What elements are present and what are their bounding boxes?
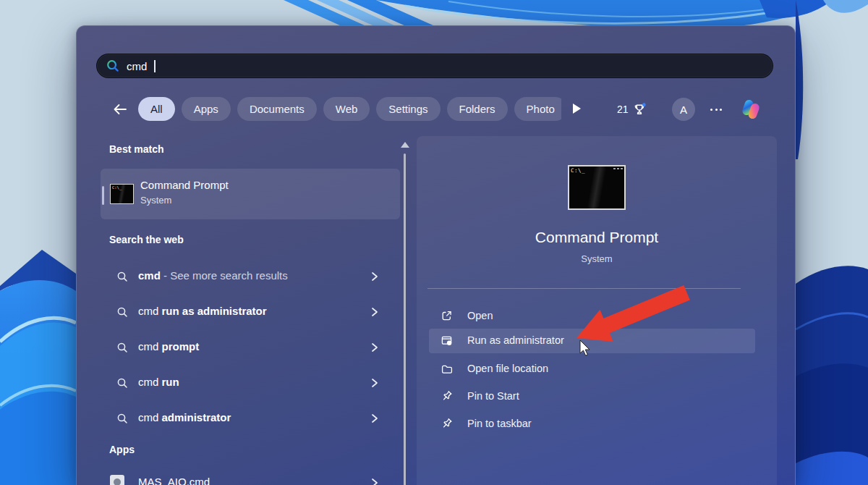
action-pin-to-taskbar[interactable]: Pin to taskbar xyxy=(429,412,755,436)
best-match-heading: Best match xyxy=(109,143,163,155)
search-query-text: cmd xyxy=(127,60,147,72)
folder-icon xyxy=(441,363,453,375)
suggestion-cmd-administrator[interactable]: cmd administrator xyxy=(101,405,400,431)
tab-folders[interactable]: Folders xyxy=(447,97,508,121)
action-run-as-administrator[interactable]: Run as administrator xyxy=(429,329,755,353)
search-icon xyxy=(116,377,129,389)
pin-icon xyxy=(441,418,453,430)
run-as-admin-icon xyxy=(441,334,453,347)
search-web-heading: Search the web xyxy=(109,234,184,245)
tab-apps[interactable]: Apps xyxy=(182,97,231,121)
search-icon xyxy=(116,271,129,283)
rewards-trophy-icon xyxy=(633,103,646,116)
chevron-right-icon xyxy=(371,271,379,282)
app-result-title: MAS_AIO.cmd xyxy=(138,476,210,485)
command-prompt-icon: C:\_ xyxy=(568,165,626,210)
preview-app-title: Command Prompt xyxy=(417,229,777,246)
open-external-icon xyxy=(441,310,453,322)
action-open-file-location[interactable]: Open file location xyxy=(429,357,755,381)
filter-tabs-row: All Apps Documents Web Settings Folders … xyxy=(77,97,795,122)
back-arrow-icon[interactable] xyxy=(111,101,129,118)
best-match-subtitle: System xyxy=(140,195,171,206)
preview-panel: C:\_ Command Prompt System Open xyxy=(417,136,777,485)
divider xyxy=(427,288,741,289)
more-options-icon[interactable] xyxy=(710,97,722,122)
chevron-right-icon xyxy=(371,307,379,317)
chevron-right-icon xyxy=(371,342,379,353)
suggestion-see-more[interactable]: cmd - See more search results xyxy=(101,263,400,290)
rewards-badge[interactable]: 21 xyxy=(617,97,646,122)
app-file-icon xyxy=(110,475,124,485)
best-match-title: Command Prompt xyxy=(140,179,229,191)
desktop: cmd All Apps Documents Web Settings Fold… xyxy=(0,0,868,485)
tab-web[interactable]: Web xyxy=(323,97,370,121)
account-avatar[interactable]: A xyxy=(672,98,695,121)
tab-all[interactable]: All xyxy=(138,97,175,121)
pin-icon xyxy=(441,390,453,402)
tabs-overflow-icon[interactable] xyxy=(573,104,581,114)
suggestion-cmd-run[interactable]: cmd run xyxy=(101,370,400,396)
best-match-item[interactable]: C:\_ Command Prompt System xyxy=(101,169,400,219)
tab-settings[interactable]: Settings xyxy=(376,97,440,121)
chevron-right-icon xyxy=(371,413,379,423)
app-result-partial[interactable]: MAS_AIO.cmd xyxy=(101,473,400,485)
search-icon xyxy=(116,306,129,319)
search-flyout-window: cmd All Apps Documents Web Settings Fold… xyxy=(76,25,796,485)
search-icon xyxy=(116,342,129,354)
apps-heading: Apps xyxy=(109,444,135,455)
avatar-letter: A xyxy=(680,104,687,116)
suggestion-cmd-prompt[interactable]: cmd prompt xyxy=(101,334,400,360)
tab-photos[interactable]: Photo xyxy=(514,97,561,121)
text-caret xyxy=(154,60,156,72)
action-pin-to-start[interactable]: Pin to Start xyxy=(429,384,755,409)
action-open[interactable]: Open xyxy=(429,304,755,329)
command-prompt-icon: C:\_ xyxy=(110,184,134,204)
search-icon xyxy=(106,59,120,73)
chevron-right-icon xyxy=(371,478,379,485)
selection-indicator xyxy=(102,186,104,205)
search-input[interactable]: cmd xyxy=(96,54,773,78)
rewards-count: 21 xyxy=(617,104,629,115)
filter-tabs-clip: All Apps Documents Web Settings Folders … xyxy=(138,97,561,122)
tab-documents[interactable]: Documents xyxy=(237,97,317,121)
chevron-right-icon xyxy=(371,378,379,388)
preview-app-subtitle: System xyxy=(417,253,777,264)
copilot-icon[interactable] xyxy=(740,98,762,120)
search-icon xyxy=(116,413,129,425)
suggestion-cmd-run-as-administrator[interactable]: cmd run as administrator xyxy=(101,299,400,325)
scrollbar[interactable] xyxy=(404,153,406,485)
scrollbar-up-icon[interactable] xyxy=(401,142,409,148)
